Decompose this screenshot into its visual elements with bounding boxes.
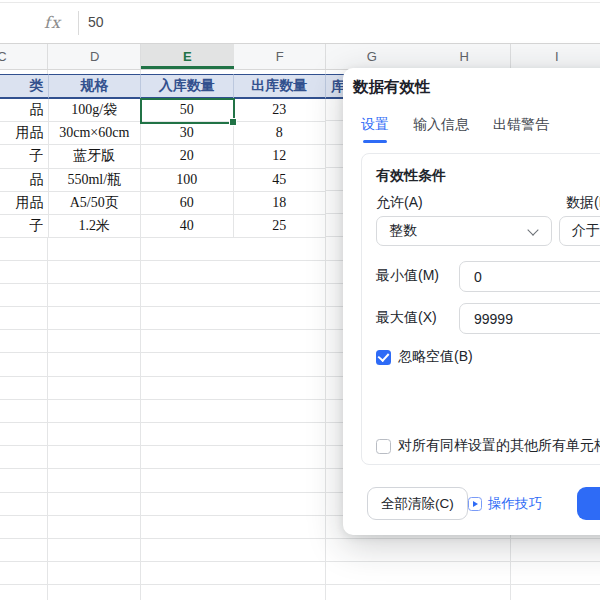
table-cell[interactable]: 蓝牙版 [49,145,142,168]
table-cell[interactable]: 100g/袋 [49,99,142,122]
table-header-cell[interactable]: 出库数量 [234,74,327,99]
section-title: 有效性条件 [376,167,446,185]
selected-column-underline [141,66,234,69]
formula-bar-divider [78,11,79,35]
dialog-tab-0-active[interactable]: 设置 [361,116,389,143]
table-cell[interactable]: 23 [234,99,327,122]
selected-cell-border[interactable] [140,98,235,124]
allow-dropdown-value: 整数 [389,222,417,240]
table-cell[interactable]: 1.2米 [49,215,142,238]
table-cell[interactable]: 30cm×60cm [49,122,142,145]
ignore-blank-label: 忽略空值(B) [398,348,473,366]
column-header-E[interactable]: E [167,49,207,64]
play-video-icon [468,497,482,511]
data-dropdown[interactable]: 介于 [559,216,600,246]
max-value-input[interactable] [459,303,600,334]
table-cell[interactable]: 60 [141,192,234,215]
table-header-cell[interactable]: 入库数量 [141,74,234,99]
apply-to-all-checkbox-row[interactable]: 对所有同样设置的其他所有单元格应用这些更改 [376,437,600,455]
spreadsheet-app: fx 50 CDEFGHI 类规格入库数量出库数量品100g/袋5023用品30… [0,0,600,600]
table-cell[interactable]: 子 [0,145,49,168]
table-cell[interactable]: 25 [234,215,327,238]
formula-bar-value[interactable]: 50 [88,14,104,30]
column-header-I[interactable]: I [537,49,577,64]
table-cell[interactable]: 20 [141,145,234,168]
ignore-blank-checkbox-row[interactable]: 忽略空值(B) [376,348,473,366]
min-label: 最小值(M) [376,267,439,285]
dialog-tab-1[interactable]: 输入信息 [413,116,469,143]
table-header-cell[interactable]: 类 [0,74,49,99]
validity-condition-panel: 有效性条件 允许(A) 数据(D) 整数 介于 最小值(M) 最大值(X) 忽略… [361,153,600,465]
table-cell[interactable]: 用品 [0,192,49,215]
dialog-tabs: 设置输入信息出错警告 [361,116,549,143]
table-cell[interactable]: 45 [234,169,327,192]
column-header-C[interactable]: C [0,49,22,64]
table-header-cell[interactable]: 规格 [49,74,142,99]
apply-to-all-label: 对所有同样设置的其他所有单元格应用这些更改 [398,437,600,455]
fx-icon: fx [44,13,61,32]
tips-link-label: 操作技巧 [488,495,542,513]
table-cell[interactable]: 品 [0,99,49,122]
checkbox-checked-icon[interactable] [376,350,391,365]
checkbox-unchecked-icon[interactable] [376,439,391,454]
table-cell[interactable]: 8 [234,122,327,145]
table-cell[interactable]: 子 [0,215,49,238]
column-header-row: CDEFGHI [0,44,600,70]
table-cell[interactable]: 品 [0,169,49,192]
table-cell[interactable]: 550ml/瓶 [49,169,142,192]
clear-all-button[interactable]: 全部清除(C) [367,487,468,520]
formula-bar: fx 50 [0,3,600,44]
data-label: 数据(D) [566,194,600,212]
table-cell[interactable]: 40 [141,215,234,238]
data-validation-dialog: 数据有效性 设置输入信息出错警告 有效性条件 允许(A) 数据(D) 整数 介于… [343,68,600,535]
table-cell[interactable]: 30 [141,122,234,145]
max-label: 最大值(X) [376,309,437,327]
column-header-G[interactable]: G [352,49,392,64]
min-value-input[interactable] [459,261,600,292]
chevron-down-icon [527,224,538,235]
table-cell[interactable]: 用品 [0,122,49,145]
dialog-tab-2[interactable]: 出错警告 [493,116,549,143]
table-cell[interactable]: A5/50页 [49,192,142,215]
dialog-title: 数据有效性 [353,77,431,98]
confirm-button[interactable] [577,487,600,520]
table-cell[interactable]: 12 [234,145,327,168]
column-header-D[interactable]: D [75,49,115,64]
allow-dropdown[interactable]: 整数 [376,216,552,246]
tips-link[interactable]: 操作技巧 [468,489,542,519]
data-dropdown-value: 介于 [572,222,600,240]
table-cell[interactable]: 100 [141,169,234,192]
fill-handle[interactable] [229,118,237,126]
table-cell[interactable]: 18 [234,192,327,215]
column-header-H[interactable]: H [444,49,484,64]
column-header-F[interactable]: F [260,49,300,64]
allow-label: 允许(A) [376,194,423,212]
